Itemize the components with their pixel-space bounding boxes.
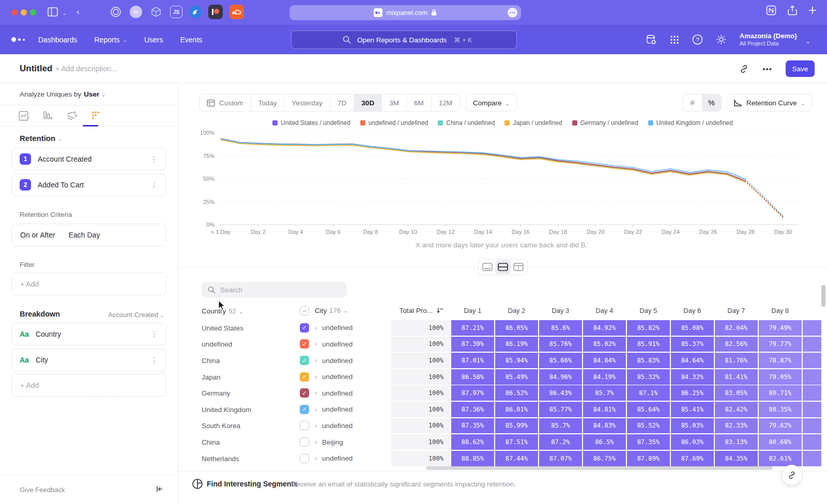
series-checkbox[interactable]: ✓ (300, 339, 309, 349)
step-card-account-created[interactable]: 1 Account Created ⋮ (11, 148, 166, 170)
apps-grid-icon[interactable] (670, 35, 679, 44)
extension-avatar-icon[interactable]: m (130, 6, 142, 18)
nav-dashboards[interactable]: Dashboards (38, 36, 78, 44)
retention-value-cell[interactable]: 79.62% (759, 418, 802, 434)
tab-funnels[interactable] (42, 111, 53, 121)
analyze-value[interactable]: User (84, 90, 99, 98)
retention-value-cell[interactable]: 84.84% (583, 353, 626, 368)
range-30d[interactable]: 30D (354, 94, 382, 111)
help-icon[interactable]: ? (692, 34, 703, 45)
chart-type-selector[interactable]: Retention Curve⌄ (726, 94, 813, 112)
expand-row-icon[interactable]: › (315, 324, 317, 332)
series-checkbox[interactable] (300, 454, 309, 463)
country-column-header[interactable]: Country52⌄ (178, 306, 300, 316)
retention-value-cell[interactable]: 85.08% (671, 320, 714, 336)
retention-value-cell[interactable]: 87.89% (627, 451, 670, 466)
retention-value-cell[interactable]: 86.52% (495, 385, 538, 401)
retention-value-cell[interactable]: 84.19% (583, 369, 626, 385)
day-column-header[interactable]: Day 6 (671, 307, 714, 314)
kebab-menu-icon[interactable]: ⋮ (150, 155, 158, 163)
retention-value-cell[interactable]: 81.41% (715, 369, 758, 385)
expand-row-icon[interactable]: › (315, 422, 317, 429)
series-checkbox[interactable]: ✓ (300, 356, 309, 365)
retention-value-cell[interactable]: 88.85% (451, 451, 494, 466)
range-3m[interactable]: 3M (382, 94, 407, 111)
retention-value-cell[interactable]: 85.7% (583, 385, 626, 401)
copy-link-icon[interactable] (739, 64, 749, 74)
new-tab-icon[interactable] (808, 6, 817, 14)
retention-value-cell[interactable]: 81.76% (715, 353, 758, 368)
day-column-header[interactable]: Day 2 (495, 307, 538, 314)
series-checkbox[interactable]: ✓ (300, 388, 309, 398)
retention-value-cell[interactable]: 85.37% (671, 337, 714, 352)
day-column-header[interactable]: Day 1 (451, 307, 494, 314)
expand-row-icon[interactable]: › (315, 406, 317, 413)
retention-value-cell[interactable]: 87.51% (495, 434, 538, 450)
retention-value-cell[interactable]: 87.2% (539, 434, 582, 450)
extension-1password-icon[interactable] (109, 5, 123, 19)
retention-value-cell[interactable]: 87.35% (451, 418, 494, 434)
share-icon[interactable] (788, 5, 797, 15)
retention-value-cell[interactable]: 86.19% (495, 337, 538, 352)
minimize-window-button[interactable] (21, 9, 27, 15)
retention-value-cell[interactable]: 87.39% (451, 337, 494, 352)
extension-box-icon[interactable] (149, 5, 163, 19)
retention-value-cell[interactable]: 85.7% (539, 418, 582, 434)
expand-row-icon[interactable]: › (315, 455, 317, 462)
collapse-sidebar-icon[interactable] (156, 485, 164, 493)
retention-value-cell[interactable]: 82.42% (715, 402, 758, 417)
add-description-button[interactable]: + Add description... (55, 65, 117, 73)
more-options-button[interactable]: ••• (762, 65, 772, 73)
retention-section-header[interactable]: Retention ⌄ (20, 134, 62, 143)
retention-value-cell[interactable]: 82.61% (759, 451, 802, 466)
maximize-window-button[interactable] (30, 9, 36, 15)
save-button[interactable]: Save (786, 60, 815, 77)
expand-row-icon[interactable]: › (315, 389, 317, 397)
nav-reports[interactable]: Reports⌄ (95, 36, 127, 44)
expand-row-icon[interactable]: › (315, 340, 317, 348)
series-checkbox[interactable] (300, 421, 309, 430)
retention-value-cell[interactable]: 78.87% (759, 353, 802, 368)
retention-value-cell[interactable]: 86.75% (583, 451, 626, 466)
add-filter-button[interactable]: + Add (11, 273, 166, 295)
retention-value-cell[interactable]: 87.21% (451, 320, 494, 336)
chart-only-view-button[interactable] (480, 260, 495, 274)
breakdown-card-city[interactable]: Aa City ⋮ (11, 349, 166, 371)
legend-item[interactable]: United States / undefined (272, 119, 350, 127)
range-today[interactable]: Today (251, 94, 285, 111)
retention-value-cell[interactable]: 86.43% (539, 385, 582, 401)
retention-value-cell[interactable]: 79.77% (759, 337, 802, 352)
retention-value-cell[interactable]: 82.56% (715, 337, 758, 352)
retention-value-cell[interactable]: 80.71% (759, 385, 802, 401)
legend-item[interactable]: Japan / undefined (504, 119, 562, 127)
retention-value-cell[interactable]: 85.77% (539, 402, 582, 417)
page-settings-icon[interactable]: ••• (508, 8, 517, 18)
retention-value-cell[interactable]: 86.03% (671, 434, 714, 450)
expand-row-icon[interactable]: › (315, 357, 317, 364)
compare-button[interactable]: Compare⌄ (466, 94, 517, 112)
horizontal-scrollbar[interactable] (426, 466, 773, 470)
step-card-added-to-cart[interactable]: 2 Added To Cart ⋮ (11, 174, 166, 196)
share-link-fab[interactable] (782, 465, 802, 485)
table-search-input[interactable]: Search (202, 282, 347, 297)
retention-value-cell[interactable]: 80.35% (759, 402, 802, 417)
kebab-menu-icon[interactable]: ⋮ (150, 356, 158, 364)
extension-patreon-icon[interactable] (208, 5, 223, 19)
total-column-header[interactable]: Total Pro... (391, 307, 450, 314)
retention-value-cell[interactable]: 85.83% (627, 353, 670, 368)
expand-row-icon[interactable]: › (315, 373, 317, 381)
retention-value-cell[interactable]: 85.6% (539, 320, 582, 336)
data-management-icon[interactable] (646, 34, 657, 45)
breakdown-card-country[interactable]: Aa Country ⋮ (11, 323, 166, 345)
settings-gear-icon[interactable] (716, 34, 727, 45)
retention-value-cell[interactable]: 82.04% (715, 320, 758, 336)
city-column-header[interactable]: − City176⌄ (300, 306, 391, 316)
retention-value-cell[interactable]: 84.81% (583, 402, 626, 417)
retention-value-cell[interactable]: 85.49% (495, 369, 538, 385)
retention-value-cell[interactable]: 85.99% (495, 418, 538, 434)
breakdown-scope-selector[interactable]: Account Created ⌄ (108, 311, 164, 319)
day-column-header[interactable]: Day 7 (715, 307, 758, 314)
retention-value-cell[interactable]: 80.68% (759, 434, 802, 450)
day-column-header[interactable]: Day 3 (539, 307, 582, 314)
retention-value-cell[interactable]: 85.03% (671, 418, 714, 434)
